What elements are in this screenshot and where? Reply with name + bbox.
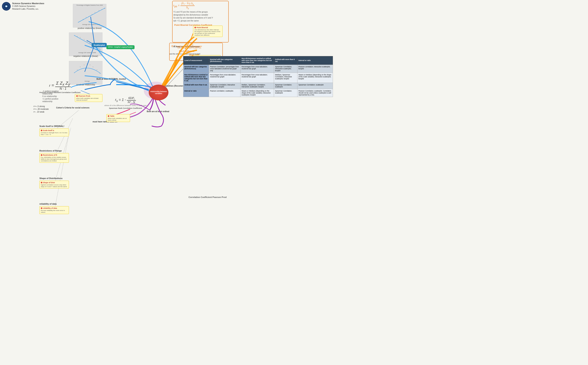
biserial-formula-area: rpb = (Ȳ₁ - Ȳ₀) Sx Sy Y1 and Y0 are the …: [173, 2, 213, 26]
central-node: relationship between variables: [149, 84, 168, 100]
td-r1c4: Pearson correlation; interactive scatter…: [298, 65, 333, 73]
spearman-label: Spearman Rank Correlation Coefficient: [104, 107, 146, 109]
reliability-section: reliability of data reliability of data …: [39, 203, 69, 214]
branch-interval: Both at least INTERVAL leveled: [96, 78, 126, 80]
td-r1c1: Pearson Correlation; percentages from cr…: [209, 65, 240, 73]
svg-line-15: [81, 91, 91, 94]
range-box: Restrictions of R E.g. elimination of th…: [39, 153, 69, 163]
td-r1c2: Percentages from cross-tabulation; clust…: [240, 65, 274, 73]
pearson-prod-box: Pearson Prod. when both variables are at…: [75, 94, 102, 102]
th-level: Level of measurement: [183, 56, 209, 65]
branch-interval-leveled: and the other is at least interval level…: [169, 53, 200, 55]
shape-section: Shape of Distributions Shape of Distr hi…: [39, 177, 69, 189]
caption-positive: positive relationship (linear): [73, 27, 106, 29]
td-r4c1: Pearson correlation; scatterplot.: [209, 89, 240, 97]
td-r2c4: Means or Medians (depending on the shape…: [298, 73, 333, 83]
th-ordinal-5cat: Ordinal with more than 5 cat.: [274, 56, 298, 65]
scatter-positive: Percentage of Eligible Students From 200…: [73, 4, 106, 28]
phi-formula-area: φ = AD - BC √(A+B)(C+D)(A+C)(B+D) Phi Co…: [171, 43, 202, 52]
td-r3c2: Median;, Spearman Correlation; interacti…: [240, 83, 274, 89]
logo-text: Science Dynamics Masterclass © 2025 Scie…: [12, 2, 44, 10]
td-r4c2: Means or Medians (depending on the shape…: [240, 89, 274, 97]
td-r1c3: Spearman Correlation; Interactive scatte…: [274, 65, 298, 73]
td-row2-header: Non-dichotomous nominal or ordinal with …: [183, 73, 209, 83]
scale-box: Scale Itself is increase in strength fro…: [39, 128, 69, 136]
r-values-section: -1 perfect negative relationship 0 no re…: [42, 90, 59, 103]
range-section: Restrictions of Range Restrictions of R …: [39, 149, 69, 163]
scale-ordinal-section: Scale itself is ORDINAL! Scale Itself is…: [39, 125, 69, 136]
td-r2c1: Percentages from cross-tabulation; clust…: [209, 73, 240, 83]
td-r3c1: Spearman Correlation; interactive scatte…: [209, 83, 240, 89]
spss-table-box: Table When both variables are at least o…: [106, 114, 130, 122]
th-interval: Interval or ratio: [298, 56, 333, 65]
cohen-criteria: Cohen's Criteria for social sciences: [56, 106, 89, 109]
caption-negative: negative relationship (linear): [69, 55, 102, 57]
svg-line-9: [116, 82, 149, 90]
svg-point-6: [6, 6, 7, 7]
logo-area: Science Dynamics Masterclass © 2025 Scie…: [2, 2, 44, 11]
phi-label: Phi Coefficient: [171, 50, 202, 52]
th-nominal-2cat: Nominal with two categories (dichotomous…: [209, 56, 240, 65]
point-biserial-box: Point Biserial one dichotomous the other…: [193, 26, 223, 37]
shape-box: Shape of Distr highest correlation occur…: [39, 181, 69, 189]
td-row1-header: Nominal with two categories (dichotomous…: [183, 65, 209, 73]
svg-line-8: [74, 35, 101, 50]
td-r3c3: Spearman Correlation; scatterplot: [274, 83, 298, 89]
td-row4-header: Interval or ratio: [183, 89, 209, 97]
branch-ordinal: Both are at least ordinal: [147, 110, 169, 113]
td-r3c4: Spearman Correlation; scatterplot: [298, 83, 333, 89]
reliability-box: reliability of data the less reliability…: [39, 206, 69, 214]
td-r2c2: Percentages from cross-tabulation; clust…: [240, 73, 274, 83]
spearman-formula-area: rs = 1 - 6Σd²i N³ - N where di is the di…: [104, 96, 146, 109]
td-row3-header: Ordinal with more than 5 cat.: [183, 83, 209, 89]
svg-line-7: [78, 8, 105, 22]
td-r4c4: Pearson Correlation; scatterplot. Correl…: [298, 89, 333, 97]
svg-line-14: [55, 134, 69, 207]
th-nondichotomous: Non-dichotomous nominal or ordinal with …: [240, 56, 274, 65]
logo-icon: [2, 2, 11, 11]
td-r4c3: Spearman Correlation; scatterplot: [274, 89, 298, 97]
correlation-coefficient-label: Correlation Coefficient Pearson Prod: [189, 196, 226, 198]
spss-node[interactable]: SPSS - Graphs/ Legacy/Scatter: [106, 45, 135, 49]
scatterplot-node[interactable]: Scatterplot: [92, 43, 107, 47]
td-r2c3: Medians; Spearman Correlation; Interacti…: [274, 73, 298, 83]
cohen-values: r=+-.5 strong r=+-.30 moderate r+- .10 w…: [34, 105, 49, 113]
guidelines-table: Level of measurement Nominal with two ca…: [183, 56, 333, 97]
